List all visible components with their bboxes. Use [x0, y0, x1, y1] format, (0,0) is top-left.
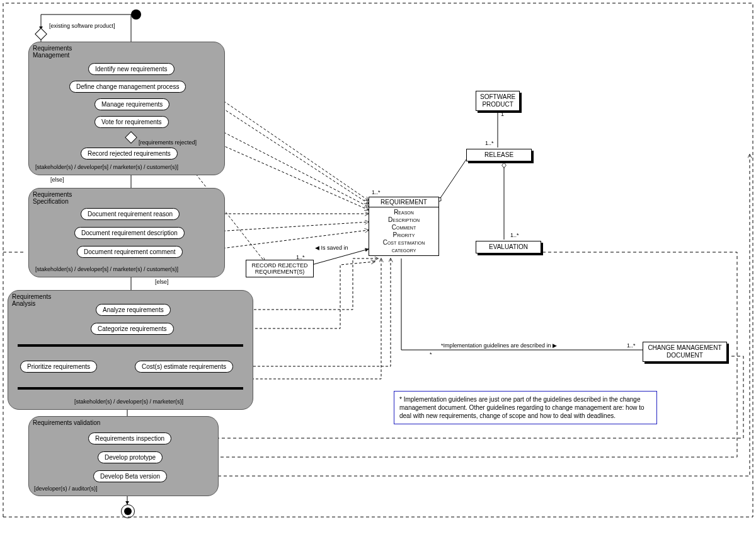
phase4-title: Requirements validation [33, 419, 100, 426]
assoc-impl-guide: *Implementation guidelines are described… [441, 342, 557, 349]
activity-analyze: Analyze requirements [96, 304, 171, 316]
activity-identify-new-req: Identify new requirements [88, 63, 175, 75]
mult-rejected: 1..* [296, 254, 305, 260]
activity-manage-req: Manage requirements [94, 98, 169, 110]
activity-inspection: Requirements inspection [88, 432, 171, 444]
activity-doc-description: Document requirement description [74, 227, 185, 239]
activity-doc-comment: Document requirement comment [77, 246, 183, 258]
class-requirement: REQUIREMENT Reason Description Comment P… [369, 197, 439, 256]
mult-rel: 1..* [485, 140, 494, 146]
mult-cmd: 1..* [627, 342, 636, 349]
guard-else1: [else] [50, 177, 64, 183]
mult-star: * [430, 351, 432, 357]
phase4-roles: [developer(s) / auditor(s)] [34, 485, 98, 492]
phase3-roles: [stakeholder(s) / developer(s) / markete… [74, 398, 183, 405]
activity-record-rejected: Record rejected requirements [81, 148, 178, 160]
join-bar [18, 387, 243, 390]
class-evaluation: EVALUATION [476, 241, 541, 253]
activity-vote-req: Vote for requirements [94, 116, 169, 128]
fork-bar [18, 344, 243, 347]
class-requirement-name: REQUIREMENT [369, 197, 438, 207]
mult-sw1: 1 [501, 111, 504, 117]
svg-line-32 [312, 249, 369, 265]
guard-else2: [else] [155, 279, 169, 285]
class-change-mgmt-doc: CHANGE MANAGEMENTDOCUMENT [643, 342, 727, 362]
class-release: RELEASE [466, 149, 532, 161]
final-node [121, 504, 135, 518]
activity-define-change-process: Define change management process [69, 81, 186, 93]
activity-prototype: Develop prototype [98, 451, 163, 463]
activity-cost-estimate: Cost(s) estimate requirements [135, 361, 233, 373]
mult-req: 1..* [372, 189, 381, 195]
phase2-title: RequirementsSpecification [33, 191, 72, 205]
class-requirement-attrs: Reason Description Comment Priority Cost… [369, 207, 438, 255]
guard-req-rejected: [requirements rejected] [139, 139, 197, 146]
class-rejected-record: RECORD REJECTEDREQUIREMENT(S) [246, 260, 314, 277]
note-implementation-guidelines: * Implementation guidelines are just one… [394, 391, 657, 424]
activity-categorize: Categorize requirements [91, 323, 174, 335]
svg-line-33 [438, 160, 466, 202]
phase1-roles: [stakeholder(s) / developer[s] / markete… [35, 164, 178, 170]
activity-doc-reason: Document requirement reason [81, 208, 180, 220]
initial-node [131, 9, 141, 20]
assoc-is-saved-label: ◀ Is saved in [315, 245, 348, 251]
class-rejected-name: RECORD REJECTEDREQUIREMENT(S) [246, 260, 313, 277]
activity-beta: Develop Beta version [93, 470, 167, 482]
decision-existing-product [35, 28, 47, 40]
mult-eval: 1..* [510, 232, 519, 238]
class-software-product: SOFTWAREPRODUCT [476, 91, 520, 111]
phase3-title: RequirementsAnalysis [12, 293, 51, 307]
phase1-title: RequirementsManagement [33, 45, 72, 59]
activity-prioritize: Prioritize requirements [20, 361, 97, 373]
phase2-roles: [stakeholder(s) / developer[s] / markete… [35, 266, 178, 272]
guard-existing: [existing software product] [49, 23, 115, 29]
